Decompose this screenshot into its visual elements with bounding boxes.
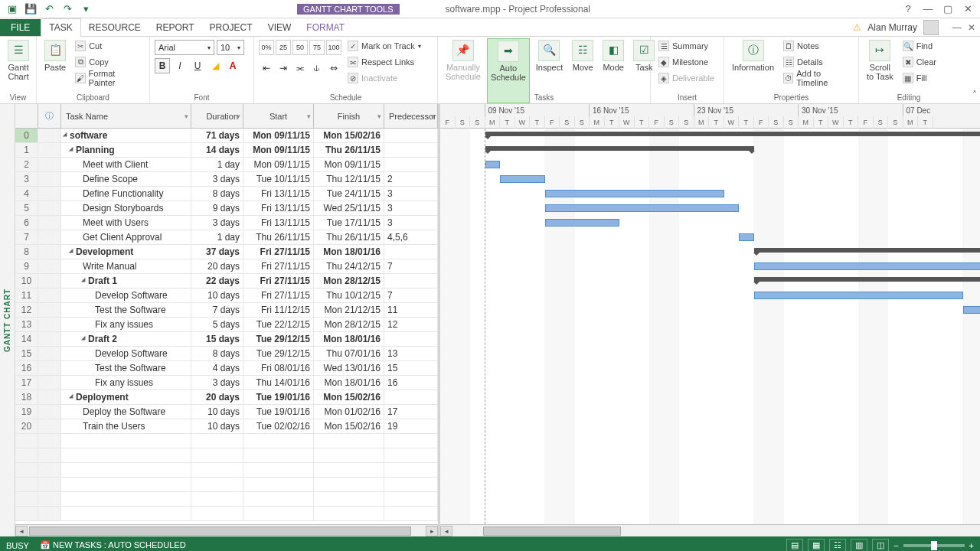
cell-task-name[interactable]: Draft 2 (61, 332, 191, 346)
cell-start[interactable]: Tue 19/01/16 (243, 405, 314, 419)
doc-close-icon[interactable]: ✕ (968, 22, 975, 33)
cell-predecessors[interactable] (384, 143, 438, 157)
row-indicator[interactable] (38, 419, 61, 433)
tab-task[interactable]: TASK (41, 18, 80, 37)
cell-task-name[interactable]: software (61, 129, 191, 142)
table-row[interactable]: 12Test the Software7 daysFri 11/12/15Mon… (15, 303, 438, 318)
cell-finish[interactable]: Mon 15/02/16 (314, 129, 384, 142)
cut-button[interactable]: ✂Cut (72, 38, 145, 54)
row-indicator[interactable] (38, 318, 61, 331)
row-id[interactable]: 10 (15, 274, 38, 288)
collapse-icon[interactable] (69, 394, 75, 400)
table-row[interactable]: 1Planning14 daysMon 09/11/15Thu 26/11/15 (15, 143, 438, 158)
cell-predecessors[interactable]: 19 (384, 419, 438, 433)
copy-button[interactable]: ⧉Copy (72, 54, 145, 70)
row-id[interactable]: 2 (15, 158, 38, 171)
cell-start[interactable]: Tue 10/11/15 (243, 172, 314, 186)
row-id[interactable]: 6 (15, 216, 38, 230)
cell-duration[interactable]: 10 days (191, 405, 243, 419)
table-row[interactable]: 13Fix any issues5 daysTue 22/12/15Mon 28… (15, 318, 438, 332)
unlink-button[interactable]: ⫝ (309, 60, 325, 76)
mark-on-track-button[interactable]: ✓Mark on Track ▾ (345, 38, 424, 54)
row-id[interactable]: 12 (15, 303, 38, 317)
cell-task-name[interactable]: Meet with Client (61, 158, 191, 171)
table-row[interactable]: 6Meet with Users3 daysFri 13/11/15Tue 17… (15, 216, 438, 230)
notes-button[interactable]: 🗒Notes (780, 38, 854, 54)
pct-25-button[interactable]: 25 (276, 40, 291, 55)
row-id[interactable]: 11 (15, 289, 38, 302)
view-resource-sheet-icon[interactable]: ▥ (851, 539, 867, 552)
tab-file[interactable]: FILE (0, 19, 41, 36)
collapse-ribbon-icon[interactable]: ˄ (972, 90, 977, 100)
col-duration[interactable]: Duration▾ (191, 104, 243, 128)
row-id[interactable]: 20 (15, 419, 38, 433)
respect-links-button[interactable]: ⫘Respect Links (345, 54, 424, 70)
outdent-button[interactable]: ⇤ (259, 60, 274, 76)
cell-predecessors[interactable]: 13 (384, 347, 438, 360)
cell-predecessors[interactable]: 3 (384, 201, 438, 215)
scroll-right-icon[interactable]: ▸ (426, 526, 438, 536)
gantt-summary-bar[interactable] (754, 248, 981, 253)
row-indicator[interactable] (38, 390, 61, 404)
table-row[interactable]: 8Development37 daysFri 27/11/15Mon 18/01… (15, 245, 438, 259)
cell-start[interactable]: Tue 02/02/16 (243, 419, 314, 433)
font-color-button[interactable]: A (225, 58, 240, 73)
zoom-in-icon[interactable]: + (969, 541, 974, 550)
cell-finish[interactable]: Mon 21/12/15 (314, 303, 384, 317)
cell-task-name[interactable]: Fix any issues (61, 318, 191, 331)
deliverable-button[interactable]: ◈Deliverable (655, 70, 719, 86)
row-indicator[interactable] (38, 143, 61, 157)
cell-task-name[interactable]: Train the Users (61, 419, 191, 433)
cell-duration[interactable]: 14 days (191, 143, 243, 157)
window-close-icon[interactable]: ✕ (959, 2, 977, 17)
cell-predecessors[interactable]: 7 (384, 289, 438, 302)
cell-task-name[interactable]: Get Client Approval (61, 230, 191, 244)
collapse-icon[interactable] (63, 132, 69, 139)
row-id[interactable]: 15 (15, 347, 38, 360)
row-indicator[interactable] (38, 347, 61, 360)
row-id[interactable]: 3 (15, 172, 38, 186)
app-icon[interactable]: ▣ (5, 2, 20, 17)
cell-task-name[interactable]: Develop Software (61, 289, 191, 302)
row-id[interactable]: 0 (15, 129, 38, 142)
table-row[interactable] (15, 478, 438, 492)
window-restore-icon[interactable]: ▢ (939, 2, 957, 17)
table-row[interactable]: 20Train the Users10 daysTue 02/02/16Mon … (15, 419, 438, 434)
inactivate-button[interactable]: ⊘Inactivate (345, 70, 424, 86)
avatar[interactable] (923, 20, 939, 35)
row-indicator[interactable] (38, 361, 61, 375)
cell-predecessors[interactable] (384, 129, 438, 142)
cell-start[interactable]: Fri 08/01/16 (243, 361, 314, 375)
row-indicator[interactable] (38, 201, 61, 215)
cell-task-name[interactable]: Test the Software (61, 361, 191, 375)
clear-button[interactable]: ✖Clear (900, 54, 939, 70)
table-row[interactable]: 11Develop Software10 daysFri 27/11/15Thu… (15, 289, 438, 303)
pct-75-button[interactable]: 75 (309, 40, 325, 55)
cell-start[interactable]: Tue 29/12/15 (243, 332, 314, 346)
table-row[interactable] (15, 434, 438, 448)
col-predecessors[interactable]: Predecessor▾ (384, 104, 438, 128)
row-id[interactable]: 7 (15, 230, 38, 244)
row-indicator[interactable] (38, 158, 61, 171)
cell-finish[interactable]: Thu 10/12/15 (314, 289, 384, 302)
tab-resource[interactable]: RESOURCE (81, 19, 149, 36)
details-button[interactable]: ☷Details (780, 54, 854, 70)
table-row[interactable]: 7Get Client Approval1 dayThu 26/11/15Thu… (15, 230, 438, 245)
cell-duration[interactable]: 8 days (191, 187, 243, 201)
chevron-down-icon[interactable]: ▾ (431, 112, 435, 120)
row-id[interactable]: 8 (15, 245, 38, 259)
table-row[interactable]: 3Define Scope3 daysTue 10/11/15Thu 12/11… (15, 172, 438, 187)
gantt-task-bar[interactable] (500, 175, 545, 183)
cell-finish[interactable]: Thu 26/11/15 (314, 143, 384, 157)
gantt-summary-bar[interactable] (485, 146, 754, 151)
cell-start[interactable]: Mon 09/11/15 (243, 158, 314, 171)
pct-50-button[interactable]: 50 (292, 40, 308, 55)
table-row[interactable]: 0software71 daysMon 09/11/15Mon 15/02/16 (15, 129, 438, 143)
table-row[interactable] (15, 507, 438, 521)
cell-predecessors[interactable] (384, 245, 438, 259)
row-indicator[interactable] (38, 332, 61, 346)
save-icon[interactable]: 💾 (23, 2, 38, 17)
table-row[interactable] (15, 448, 438, 463)
italic-button[interactable]: I (172, 58, 188, 73)
font-name-select[interactable]: Arial▾ (155, 40, 214, 55)
